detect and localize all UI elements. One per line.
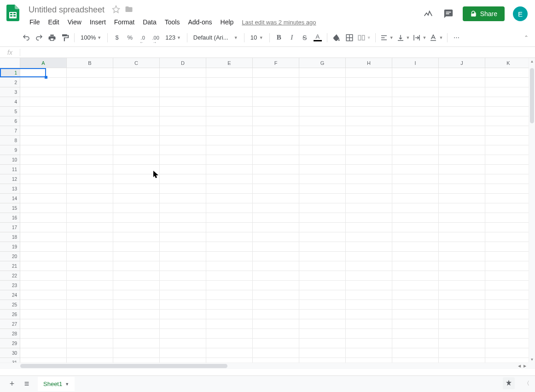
cell[interactable] [346, 290, 392, 300]
row-header[interactable]: 7 [0, 126, 20, 136]
formula-input[interactable] [20, 47, 535, 58]
cell[interactable] [206, 339, 253, 348]
row-header[interactable]: 20 [0, 252, 20, 261]
cell[interactable] [160, 339, 206, 348]
cell[interactable] [253, 174, 299, 184]
cell[interactable] [113, 358, 160, 363]
cell[interactable] [160, 116, 206, 126]
zoom-dropdown[interactable]: 100%▼ [78, 31, 104, 44]
cell[interactable] [253, 252, 299, 261]
doc-title[interactable]: Untitled spreadsheet [26, 4, 107, 16]
cell[interactable] [206, 155, 253, 165]
cell[interactable] [439, 252, 485, 261]
cell[interactable] [206, 242, 253, 252]
cell[interactable] [20, 87, 67, 97]
cell[interactable] [20, 97, 67, 107]
cell[interactable] [253, 126, 299, 136]
vertical-align-dropdown[interactable]: ▼ [395, 31, 411, 44]
cell[interactable] [439, 107, 485, 116]
cell[interactable] [485, 136, 529, 145]
cell[interactable] [113, 339, 160, 348]
row-header[interactable]: 26 [0, 310, 20, 319]
cell[interactable] [253, 68, 299, 78]
cell[interactable] [392, 252, 439, 261]
cell[interactable] [206, 184, 253, 194]
last-edit-link[interactable]: Last edit was 2 minutes ago [242, 19, 316, 26]
cell[interactable] [346, 107, 392, 116]
row-header[interactable]: 2 [0, 78, 20, 87]
cell[interactable] [160, 107, 206, 116]
menu-view[interactable]: View [64, 17, 85, 28]
cell[interactable] [392, 310, 439, 319]
cell[interactable] [113, 145, 160, 155]
cell[interactable] [253, 232, 299, 242]
cell[interactable] [206, 213, 253, 223]
cell[interactable] [346, 339, 392, 348]
cell[interactable] [485, 223, 529, 232]
cell[interactable] [392, 194, 439, 203]
cell[interactable] [346, 116, 392, 126]
menu-help[interactable]: Help [217, 17, 238, 28]
cell[interactable] [160, 290, 206, 300]
bold-button[interactable]: B [273, 31, 285, 44]
cell[interactable] [346, 194, 392, 203]
column-header[interactable]: A [20, 58, 67, 68]
cell[interactable] [160, 68, 206, 78]
cell[interactable] [67, 223, 113, 232]
cell[interactable] [392, 358, 439, 363]
cell[interactable] [299, 174, 346, 184]
cell[interactable] [299, 339, 346, 348]
cell[interactable] [253, 358, 299, 363]
cell[interactable] [20, 290, 67, 300]
cell[interactable] [160, 203, 206, 213]
cell[interactable] [113, 78, 160, 87]
cell[interactable] [67, 184, 113, 194]
cell[interactable] [160, 165, 206, 174]
cell[interactable] [439, 126, 485, 136]
cell[interactable] [299, 358, 346, 363]
row-header[interactable]: 29 [0, 339, 20, 348]
cell[interactable] [439, 116, 485, 126]
cell[interactable] [485, 155, 529, 165]
cell[interactable] [299, 155, 346, 165]
cell[interactable] [206, 358, 253, 363]
cell[interactable] [485, 261, 529, 271]
cell[interactable] [67, 281, 113, 290]
cell[interactable] [299, 78, 346, 87]
cell[interactable] [67, 290, 113, 300]
cell[interactable] [253, 107, 299, 116]
cell[interactable] [160, 213, 206, 223]
cell[interactable] [160, 348, 206, 358]
cell[interactable] [346, 87, 392, 97]
cell[interactable] [67, 174, 113, 184]
cell[interactable] [392, 136, 439, 145]
cell[interactable] [67, 339, 113, 348]
undo-button[interactable] [20, 31, 32, 44]
cell[interactable] [253, 281, 299, 290]
cell[interactable] [160, 184, 206, 194]
cell[interactable] [113, 136, 160, 145]
activity-icon[interactable] [422, 8, 434, 20]
cell[interactable] [485, 97, 529, 107]
cell[interactable] [439, 194, 485, 203]
menu-addons[interactable]: Add-ons [184, 17, 215, 28]
cell[interactable] [346, 223, 392, 232]
cell[interactable] [346, 281, 392, 290]
cell[interactable] [485, 78, 529, 87]
cell[interactable] [346, 126, 392, 136]
row-header[interactable]: 14 [0, 194, 20, 203]
cell[interactable] [67, 165, 113, 174]
cell[interactable] [206, 252, 253, 261]
cell[interactable] [392, 290, 439, 300]
cell[interactable] [20, 68, 67, 78]
cell[interactable] [160, 300, 206, 310]
cell[interactable] [67, 107, 113, 116]
cell[interactable] [253, 136, 299, 145]
cell[interactable] [299, 145, 346, 155]
cell[interactable] [67, 116, 113, 126]
row-header[interactable]: 12 [0, 174, 20, 184]
cell[interactable] [160, 174, 206, 184]
cell[interactable] [392, 232, 439, 242]
cell[interactable] [20, 116, 67, 126]
cell[interactable] [392, 300, 439, 310]
